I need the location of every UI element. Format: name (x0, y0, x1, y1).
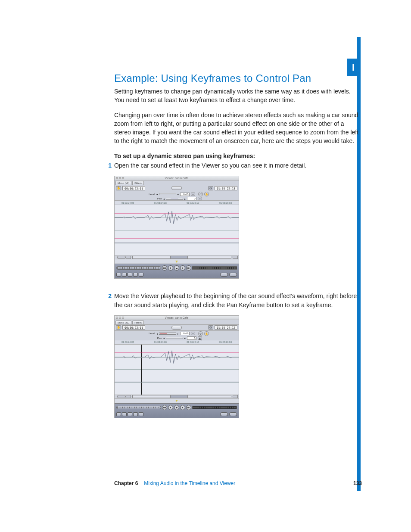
chapter-label: Chapter 6 (114, 480, 138, 486)
tab-filters[interactable]: Filters (132, 181, 143, 185)
hand-icon[interactable]: ✋ (116, 186, 121, 190)
h-scrollbar[interactable] (115, 395, 239, 399)
out-button[interactable] (128, 412, 132, 416)
scroll-thumb[interactable] (170, 395, 188, 398)
zoom-widget[interactable] (117, 256, 126, 259)
level-slider[interactable] (159, 333, 176, 335)
scroll-left[interactable] (126, 256, 131, 259)
pan-slider[interactable] (166, 198, 183, 200)
jkl-k-button[interactable]: ⏴ (168, 265, 173, 271)
hand-icon[interactable]: ✋ (116, 325, 121, 330)
level-value[interactable]: 0 dB (180, 332, 190, 335)
ruler-tick: 01:03:24:18 (154, 202, 167, 204)
window-titlebar: Viewer: car in Cafe (115, 176, 239, 180)
step-text: Move the Viewer playhead to the beginnin… (114, 292, 362, 309)
next-edit-button[interactable] (133, 273, 138, 277)
waveform-area[interactable]: ↖ (115, 345, 239, 395)
drag-icon[interactable]: ✋ (204, 331, 209, 336)
pan-keyframe-button[interactable]: ◇ (198, 197, 202, 200)
play-button[interactable]: ▶ (174, 265, 179, 271)
zoom-control[interactable] (171, 326, 182, 330)
level-keyframe-button[interactable]: ◇ (191, 332, 195, 335)
clock-icon[interactable]: ◷ (208, 186, 213, 190)
marker-row (115, 399, 239, 403)
ruler-tick: 01:03:26:03 (219, 341, 232, 343)
mark-button[interactable] (139, 412, 143, 416)
waveform-area[interactable] (115, 205, 239, 255)
scroll-right[interactable] (233, 395, 238, 398)
out-button[interactable] (128, 273, 132, 277)
mark-button[interactable] (139, 273, 143, 277)
scroll-thumb[interactable] (170, 256, 188, 258)
pan-value[interactable]: 0 (187, 336, 196, 340)
intro-paragraph-2: Changing pan over time is often done to … (114, 111, 362, 146)
pan-keyframe-button[interactable]: ◇ (198, 336, 202, 340)
window-titlebar: Viewer: car in Cafe (115, 316, 239, 320)
tab-row: Mono (a1) Filters (115, 320, 239, 325)
insert-button[interactable] (220, 273, 228, 277)
prev-edit-button[interactable] (116, 412, 121, 416)
play-button[interactable]: ▶ (174, 405, 179, 410)
jkl-j-button[interactable]: ⏮ (162, 265, 167, 271)
audio-controls: Level ◂▸ 0 dB ◇ ↺✋ Pan ◂▸ 0 ◇ (115, 191, 239, 201)
scroll-left[interactable] (126, 395, 131, 398)
pan-value[interactable]: 0 (187, 197, 196, 200)
level-slider[interactable] (159, 193, 176, 195)
window-controls[interactable] (116, 177, 124, 179)
reset-icon[interactable]: ↺ (198, 331, 203, 336)
timecode-current[interactable]: 01:03:22:18 (215, 186, 237, 190)
jog-control[interactable] (192, 406, 237, 409)
clock-icon[interactable]: ◷ (208, 325, 213, 330)
insert-button[interactable] (220, 412, 228, 416)
timecode-duration[interactable]: 00:00:22:01 (122, 186, 145, 190)
tab-filters[interactable]: Filters (132, 320, 143, 324)
timecode-duration[interactable]: 00:00:22:01 (122, 325, 145, 330)
ruler-tick: 01:03:26:03 (219, 202, 232, 204)
tab-row: Mono (a1) Filters (115, 180, 239, 185)
figure-2-wrap: Viewer: car in Cafe Mono (a1) Filters ✋ … (114, 315, 362, 418)
jkl-end-button[interactable]: ⏭ (186, 265, 191, 271)
waveform-lower (115, 230, 239, 255)
timecode-row: ✋ 00:00:22:01 ◷ 01:03:24:12 (115, 325, 239, 331)
jkl-end-button[interactable]: ⏭ (186, 405, 191, 410)
ruler-tick: 01:03:24:03 (121, 202, 134, 204)
ruler-tick: 01:03:25:10 (187, 202, 199, 204)
waveform-upper (115, 205, 239, 230)
in-button[interactable] (122, 412, 127, 416)
tab-mono[interactable]: Mono (a1) (115, 181, 131, 185)
instruction-label: To set up a dynamic stereo pan using key… (114, 152, 362, 160)
jkl-j-button[interactable]: ⏮ (162, 405, 167, 410)
overwrite-button[interactable] (229, 273, 237, 277)
time-ruler[interactable]: 01:03:24:03 01:03:24:18 01:03:25:10 01:0… (115, 340, 239, 345)
h-scrollbar[interactable] (115, 255, 239, 259)
waveform-lower (115, 370, 239, 395)
zoom-widget[interactable] (117, 395, 126, 398)
prev-edit-button[interactable] (116, 273, 121, 277)
time-ruler[interactable]: 01:03:24:03 01:03:24:18 01:03:25:10 01:0… (115, 201, 239, 205)
scroll-right[interactable] (233, 256, 238, 259)
reset-icon[interactable]: ↺ (198, 192, 203, 196)
next-edit-button[interactable] (133, 412, 138, 416)
level-keyframe-button[interactable]: ◇ (191, 193, 195, 196)
zoom-control[interactable] (171, 186, 182, 190)
overwrite-button[interactable] (229, 412, 237, 416)
in-button[interactable] (122, 273, 127, 277)
drag-icon[interactable]: ✋ (204, 192, 209, 196)
timecode-current[interactable]: 01:03:24:12 (215, 325, 237, 330)
audio-controls: Level ◂▸ 0 dB ◇ ↺✋ Pan ◂▸ 0 ◇ (115, 331, 239, 340)
window-title: Viewer: car in Cafe (165, 316, 189, 319)
shuttle-control[interactable] (116, 266, 161, 270)
insert-buttons (192, 412, 237, 416)
pan-slider[interactable] (166, 337, 183, 339)
window-controls[interactable] (116, 317, 124, 319)
jog-control[interactable] (192, 266, 237, 270)
level-value[interactable]: 0 dB (180, 193, 190, 196)
viewer-window-1: Viewer: car in Cafe Mono (a1) Filters ✋ … (114, 176, 239, 279)
shuttle-control[interactable] (116, 406, 161, 409)
pan-label: Pan (152, 337, 162, 339)
play-buttons: ⏮ ⏴ ▶ ⏵ ⏭ (162, 265, 191, 271)
tab-mono[interactable]: Mono (a1) (115, 320, 131, 324)
jkl-l-button[interactable]: ⏵ (180, 265, 185, 271)
jkl-k-button[interactable]: ⏴ (168, 405, 173, 410)
jkl-l-button[interactable]: ⏵ (180, 405, 185, 410)
